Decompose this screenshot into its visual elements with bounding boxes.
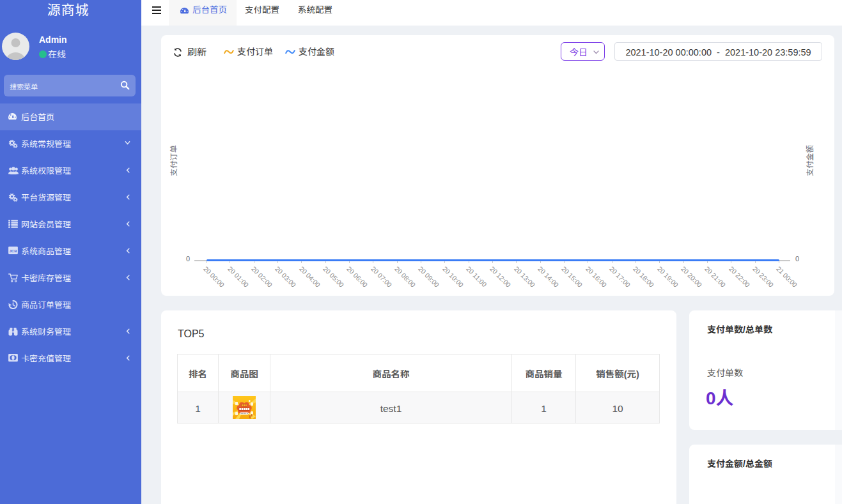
svg-text:JCB: JCB bbox=[9, 249, 17, 253]
